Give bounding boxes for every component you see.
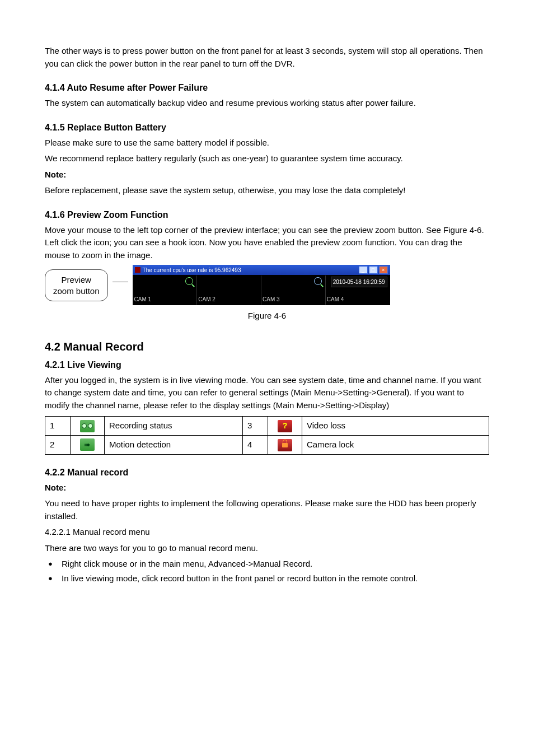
- table-row: 1 Recording status 3 ? Video loss: [45, 417, 489, 436]
- cell-num-2: 2: [45, 435, 71, 454]
- cell-label-motion: Motion detection: [105, 435, 243, 454]
- recording-icon: [80, 420, 95, 432]
- dvr-cell-cam1[interactable]: CAM 1: [133, 276, 198, 305]
- body-414: The system can automatically backup vide…: [45, 97, 489, 110]
- heading-416: 4.1.6 Preview Zoom Function: [45, 208, 489, 222]
- list-item: In live viewing mode, click record butto…: [46, 572, 489, 585]
- cell-icon-lock: [268, 435, 302, 454]
- close-button[interactable]: ×: [379, 266, 388, 274]
- body-421: After you logged in, the system is in li…: [45, 374, 489, 412]
- cell-num-4: 4: [243, 435, 268, 454]
- cell-icon-videoloss: ?: [268, 417, 302, 436]
- note-body-415: Before replacement, please save the syst…: [45, 184, 489, 197]
- cam1-label: CAM 1: [134, 295, 152, 304]
- manual-record-bullet-list: Right click mouse or in the main menu, A…: [45, 558, 489, 585]
- callout-line2: zoom button: [53, 286, 100, 297]
- cell-num-3: 3: [243, 417, 268, 436]
- cam3-label: CAM 3: [263, 295, 280, 304]
- cell-label-recording: Recording status: [105, 417, 243, 436]
- dvr-titlebar: The current cpu's use rate is 95.962493 …: [133, 265, 390, 275]
- dvr-titlebar-text: The current cpu's use rate is 95.962493: [143, 266, 241, 274]
- cell-label-videoloss: Video loss: [302, 417, 489, 436]
- note-label-422: Note:: [45, 482, 489, 494]
- intro-paragraph: The other ways is to press power button …: [45, 45, 489, 70]
- callout-line1: Preview: [53, 274, 100, 286]
- dvr-cell-cam2[interactable]: CAM 2: [197, 276, 261, 305]
- dvr-cell-cam4[interactable]: 2010-05-18 16:20:59 CAM 4: [326, 276, 390, 305]
- cell-label-lock: Camera lock: [302, 435, 489, 454]
- cam2-label: CAM 2: [198, 295, 216, 304]
- heading-414: 4.1.4 Auto Resume after Power Failure: [45, 81, 489, 95]
- status-icon-table: 1 Recording status 3 ? Video loss 2 ➠ Mo…: [45, 416, 489, 455]
- dvr-channel-grid: CAM 1 CAM 2 CAM 3 2010-05-18 16:20:59 CA…: [133, 275, 390, 305]
- zoom-icon[interactable]: [185, 277, 193, 285]
- cell-num-1: 1: [45, 417, 71, 436]
- heading-42: 4.2 Manual Record: [45, 338, 489, 355]
- list-item: Right click mouse or in the main menu, A…: [46, 558, 489, 571]
- body-415-l2: We recommend replace battery regularly (…: [45, 152, 489, 165]
- camera-lock-icon: [278, 439, 292, 451]
- timestamp-overlay: 2010-05-18 16:20:59: [331, 277, 387, 287]
- cell-icon-recording: [71, 417, 105, 436]
- heading-4221: 4.2.2.1 Manual record menu: [45, 526, 489, 539]
- body-416: Move your mouse to the left top corner o…: [45, 224, 489, 262]
- dvr-cell-cam3[interactable]: CAM 3: [261, 276, 326, 305]
- note-body-422: You need to have proper rights to implem…: [45, 497, 489, 522]
- video-loss-icon: ?: [278, 420, 292, 432]
- callout-connector-line: [113, 282, 128, 282]
- cell-icon-motion: ➠: [71, 435, 105, 454]
- note-label-415: Note:: [45, 169, 489, 181]
- callout-preview-zoom: Preview zoom button: [45, 269, 108, 301]
- minimize-button[interactable]: _: [359, 266, 368, 274]
- heading-421: 4.2.1 Live Viewing: [45, 358, 489, 372]
- motion-detection-icon: ➠: [80, 438, 95, 451]
- figure-4-6: Preview zoom button The current cpu's us…: [45, 265, 489, 305]
- zoom-icon[interactable]: [314, 277, 322, 285]
- cam4-label: CAM 4: [327, 295, 344, 304]
- body-415-l1: Please make sure to use the same battery…: [45, 137, 489, 150]
- app-icon: [135, 267, 140, 273]
- maximize-button[interactable]: □: [369, 266, 378, 274]
- dvr-preview-window: The current cpu's use rate is 95.962493 …: [133, 265, 390, 305]
- figure-4-6-caption: Figure 4-6: [45, 310, 489, 323]
- table-row: 2 ➠ Motion detection 4 Camera lock: [45, 435, 489, 454]
- heading-422: 4.2.2 Manual record: [45, 466, 489, 479]
- body-4221-intro: There are two ways for you to go to manu…: [45, 542, 489, 555]
- heading-415: 4.1.5 Replace Button Battery: [45, 121, 489, 134]
